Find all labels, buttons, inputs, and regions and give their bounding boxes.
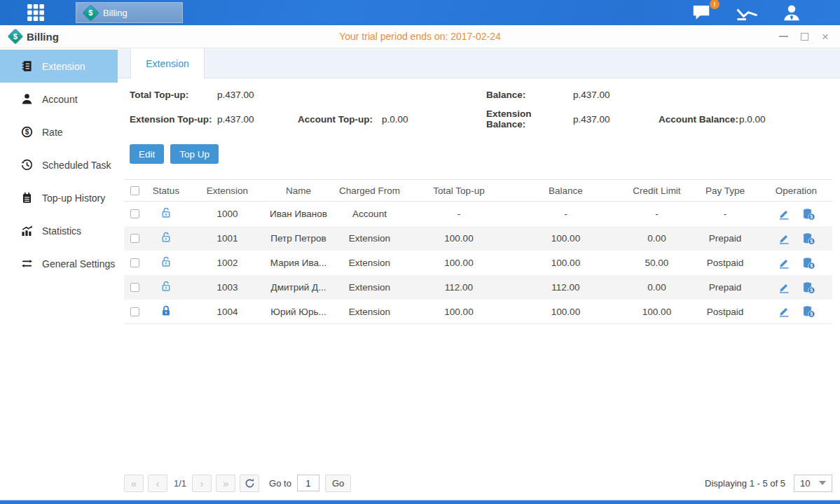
table-row[interactable]: 1003 Дмитрий Д... Extension 112.00 112.0… bbox=[124, 275, 832, 300]
pay-type: Postpaid bbox=[690, 307, 760, 317]
sidebar-item-general-settings[interactable]: General Settings bbox=[0, 247, 118, 280]
charged-from: Extension bbox=[329, 233, 410, 244]
row-checkbox[interactable] bbox=[130, 307, 139, 316]
refresh-button[interactable] bbox=[240, 475, 259, 492]
taskbar-right-icons: ! bbox=[691, 4, 840, 22]
extension-number: 1002 bbox=[187, 258, 268, 268]
dollar-circle-icon: $ bbox=[21, 126, 33, 138]
minimize-icon[interactable] bbox=[778, 31, 788, 41]
credit-limit: - bbox=[624, 209, 690, 219]
sidebar-item-label: Statistics bbox=[42, 225, 81, 237]
sidebar-item-rate[interactable]: $ Rate bbox=[0, 115, 118, 148]
clock-history-icon bbox=[21, 159, 33, 171]
prev-page-button[interactable]: ‹ bbox=[148, 475, 167, 492]
table-row[interactable]: 1004 Юрий Юрь... Extension 100.00 100.00… bbox=[124, 300, 832, 324]
sidebar-item-label: Account bbox=[42, 94, 78, 105]
top-up-row-icon[interactable] bbox=[801, 208, 815, 220]
total-topup-value: p.437.00 bbox=[217, 90, 298, 100]
next-page-button[interactable]: › bbox=[192, 475, 212, 492]
notifications-chat-icon[interactable]: ! bbox=[691, 4, 713, 22]
page-indicator: 1/1 bbox=[174, 478, 186, 489]
extension-book-icon bbox=[21, 60, 33, 72]
total-topup-label: Total Top-up: bbox=[130, 90, 217, 100]
balance: - bbox=[508, 209, 624, 219]
transfer-arrows-icon bbox=[21, 258, 33, 270]
svg-text:$: $ bbox=[25, 128, 29, 136]
sidebar-item-topup-history[interactable]: Top-up History bbox=[0, 181, 118, 214]
select-all-checkbox[interactable] bbox=[130, 186, 139, 195]
extension-name: Петр Петров bbox=[268, 233, 329, 244]
table-row[interactable]: 1001 Петр Петров Extension 100.00 100.00… bbox=[124, 226, 832, 251]
top-up-row-icon[interactable] bbox=[801, 305, 815, 318]
extension-name: Юрий Юрь... bbox=[268, 307, 329, 317]
billing-app-icon: $ bbox=[82, 4, 99, 21]
pay-type: Prepaid bbox=[690, 233, 760, 244]
col-header-charged-from: Charged From bbox=[329, 186, 410, 196]
pay-type: - bbox=[690, 209, 760, 219]
go-to-page-input[interactable] bbox=[297, 475, 319, 491]
row-checkbox[interactable] bbox=[130, 234, 139, 243]
sidebar-item-extension[interactable]: Extension bbox=[0, 50, 118, 83]
sidebar-item-label: General Settings bbox=[42, 258, 115, 270]
taskbar: $ Billing ! bbox=[0, 0, 840, 25]
top-up-row-icon[interactable] bbox=[801, 257, 815, 270]
edit-button[interactable]: Edit bbox=[130, 144, 164, 164]
total-topup: 100.00 bbox=[410, 307, 508, 317]
tab-extension[interactable]: Extension bbox=[130, 48, 205, 78]
app-launcher-grid-icon[interactable] bbox=[27, 4, 45, 22]
sidebar-item-scheduled-task[interactable]: Scheduled Task bbox=[0, 148, 118, 181]
displaying-text: Displaying 1 - 5 of 5 bbox=[705, 478, 785, 489]
extension-number: 1003 bbox=[187, 282, 268, 293]
go-button[interactable]: Go bbox=[325, 475, 351, 492]
top-up-button[interactable]: Top Up bbox=[170, 144, 219, 164]
edit-row-icon[interactable] bbox=[778, 305, 790, 318]
extension-topup-value: p.437.00 bbox=[217, 114, 298, 125]
extension-number: 1000 bbox=[187, 209, 268, 219]
summary-section: Total Top-up: p.437.00 Balance: p.437.00… bbox=[118, 78, 840, 130]
edit-row-icon[interactable] bbox=[778, 208, 790, 220]
ledger-icon bbox=[21, 192, 33, 204]
close-icon[interactable]: × bbox=[820, 31, 830, 41]
table-row[interactable]: 1002 Мария Ива... Extension 100.00 100.0… bbox=[124, 251, 832, 275]
last-page-button[interactable]: » bbox=[216, 475, 235, 492]
total-topup: 100.00 bbox=[410, 258, 508, 268]
table-row[interactable]: 1000 Иван Иванов Account - - - - bbox=[124, 202, 832, 226]
taskbar-billing-tab[interactable]: $ Billing bbox=[76, 2, 183, 23]
first-page-button[interactable]: « bbox=[124, 475, 144, 492]
lock-status-icon bbox=[160, 280, 172, 293]
col-header-total-topup: Total Top-up bbox=[410, 186, 508, 196]
chevron-down-icon bbox=[819, 481, 826, 485]
row-checkbox[interactable] bbox=[130, 258, 139, 267]
extension-balance-label: Extension Balance: bbox=[486, 108, 573, 130]
pay-type: Postpaid bbox=[690, 258, 760, 268]
maximize-icon[interactable] bbox=[799, 31, 809, 41]
row-checkbox[interactable] bbox=[130, 283, 139, 292]
resource-monitor-icon[interactable] bbox=[736, 4, 759, 22]
tab-strip: Extension bbox=[118, 48, 840, 78]
sidebar-item-label: Extension bbox=[42, 61, 85, 72]
edit-row-icon[interactable] bbox=[778, 232, 790, 245]
sidebar-item-account[interactable]: Account bbox=[0, 83, 118, 115]
sidebar-item-statistics[interactable]: Statistics bbox=[0, 214, 118, 247]
balance-label: Balance: bbox=[486, 90, 573, 100]
col-header-extension: Extension bbox=[187, 186, 268, 196]
extension-name: Мария Ива... bbox=[268, 258, 329, 268]
sidebar-item-label: Scheduled Task bbox=[42, 160, 111, 171]
pay-type: Prepaid bbox=[690, 282, 760, 293]
charged-from: Extension bbox=[329, 258, 410, 268]
total-topup: - bbox=[410, 209, 508, 219]
refresh-icon bbox=[245, 478, 255, 489]
top-up-row-icon[interactable] bbox=[801, 281, 815, 294]
account-topup-label: Account Top-up: bbox=[298, 114, 382, 125]
top-up-row-icon[interactable] bbox=[801, 232, 815, 245]
extension-topup-label: Extension Top-up: bbox=[130, 114, 217, 125]
account-balance-label: Account Balance: bbox=[659, 114, 739, 125]
pagination-bar: « ‹ 1/1 › » Go to Go Displaying 1 - 5 of… bbox=[118, 469, 840, 500]
edit-row-icon[interactable] bbox=[778, 257, 790, 270]
lock-status-icon bbox=[160, 304, 172, 317]
edit-row-icon[interactable] bbox=[778, 281, 790, 294]
charged-from: Extension bbox=[329, 307, 410, 317]
page-size-select[interactable]: 10 bbox=[794, 475, 832, 492]
row-checkbox[interactable] bbox=[130, 209, 139, 218]
user-account-icon[interactable] bbox=[781, 4, 802, 22]
